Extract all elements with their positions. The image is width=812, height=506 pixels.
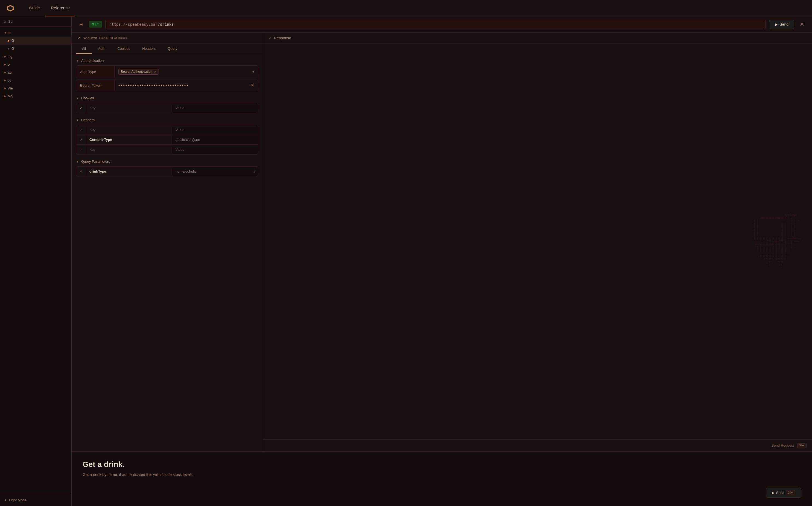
query-table: ✓ drinkType non-alcoholic ℹ xyxy=(76,166,259,176)
sidebar-item-label: G xyxy=(11,38,14,43)
headers-row-1: ✓ Key Value xyxy=(76,125,258,135)
headers-key-3[interactable]: Key xyxy=(86,145,172,154)
docs-send-button[interactable]: ▶ Send ⌘↵ xyxy=(766,488,801,498)
cookies-section-header[interactable]: ▼ Cookies xyxy=(76,96,259,100)
headers-key-1[interactable]: Key xyxy=(86,125,172,135)
sidebar-search-bar[interactable]: ⌕ xyxy=(0,16,71,26)
close-button[interactable]: ✕ xyxy=(798,20,807,29)
auth-type-value[interactable]: Bearer Authentication ✕ ▾ xyxy=(115,66,258,78)
headers-row-3: ✓ Key Value xyxy=(76,145,258,154)
reference-tab[interactable]: Reference xyxy=(45,0,75,16)
query-parameters-section: ▼ Query Parameters ✓ drinkType non-alcoh… xyxy=(76,159,259,176)
section-chevron-down-icon: ▼ xyxy=(76,118,79,122)
sidebar-item-label: au xyxy=(8,70,11,74)
section-chevron-down-icon: ▼ xyxy=(76,59,79,62)
sidebar-item-we[interactable]: ▶ We xyxy=(0,84,71,92)
sidebar-item-co[interactable]: ▶ co xyxy=(0,76,71,84)
sidebar-items: ▼ dr G G ▶ ing ▶ or ▶ au xyxy=(0,26,71,494)
chevron-right-icon: ▶ xyxy=(4,71,6,74)
sidebar-item-dr[interactable]: ▼ dr xyxy=(0,29,71,37)
sidebar-item-or[interactable]: ▶ or xyxy=(0,61,71,68)
dot-icon xyxy=(8,48,9,50)
http-method-label: GET xyxy=(89,21,102,28)
response-panel: ↙ Response ooWWWWWo oWW$$$$$$$$WW$$$FF77… xyxy=(263,32,812,451)
cookies-row-1: ✓ Key Value xyxy=(76,103,258,113)
cookies-row-1-check[interactable]: ✓ xyxy=(76,103,86,113)
search-icon: ⌕ xyxy=(4,19,6,23)
info-icon[interactable]: ℹ xyxy=(253,169,255,173)
headers-section-header[interactable]: ▼ Headers xyxy=(76,118,259,122)
eye-icon[interactable]: 👁 xyxy=(250,83,254,88)
search-input[interactable] xyxy=(8,19,68,23)
guide-tab[interactable]: Guide xyxy=(23,0,45,16)
cookies-section: ▼ Cookies ✓ Key Value xyxy=(76,96,259,113)
light-mode-label: Light Mode xyxy=(9,498,26,502)
tab-all[interactable]: All xyxy=(76,44,92,54)
sidebar: ⌕ ▼ dr G G ▶ ing ▶ or xyxy=(0,16,72,506)
query-row-1-check[interactable]: ✓ xyxy=(76,167,86,176)
sidebar-item-au[interactable]: ▶ au xyxy=(0,68,71,76)
sidebar-item-label: G xyxy=(11,47,14,51)
sidebar-toggle-button[interactable]: ⊟ xyxy=(77,20,86,28)
url-base: https://speakeasy.bar xyxy=(109,22,158,26)
query-value-1[interactable]: non-alcoholic ℹ xyxy=(172,167,258,176)
docs-keyboard-shortcut: ⌘↵ xyxy=(786,490,795,495)
keyboard-shortcut: ⌘↵ xyxy=(797,443,807,448)
sidebar-item-label: or xyxy=(8,62,11,67)
cookies-table: ✓ Key Value xyxy=(76,103,259,113)
sidebar-item-mo[interactable]: ▶ Mo xyxy=(0,92,71,100)
chevron-right-icon: ▶ xyxy=(4,86,6,90)
sidebar-item-g2[interactable]: G xyxy=(0,45,71,53)
cookies-key-1[interactable]: Key xyxy=(86,103,172,113)
auth-badge-remove-icon[interactable]: ✕ xyxy=(154,70,157,74)
response-arrow-icon: ↙ xyxy=(269,36,272,40)
headers-section: ▼ Headers ✓ Key Value xyxy=(76,118,259,155)
headers-row-2: ✓ Content-Type application/json xyxy=(76,135,258,145)
chevron-right-icon: ▶ xyxy=(4,63,6,66)
headers-row-2-check[interactable]: ✓ xyxy=(76,135,86,145)
authentication-section-header[interactable]: ▼ Authentication xyxy=(76,59,259,63)
sidebar-item-ing[interactable]: ▶ ing xyxy=(0,53,71,61)
request-header: ↗ Request Get a list of drinks. xyxy=(72,32,263,44)
dropdown-arrow-icon[interactable]: ▾ xyxy=(252,70,254,74)
url-bar: ⊟ GET https://speakeasy.bar /drinks ▶ Se… xyxy=(72,16,812,32)
send-request-bar: Send Request ⌘↵ xyxy=(263,439,812,451)
tab-auth[interactable]: Auth xyxy=(92,44,111,54)
section-chevron-down-icon: ▼ xyxy=(76,97,79,100)
bearer-token-value[interactable]: •••••••••••••••••••••••••••••• 👁 xyxy=(115,80,258,91)
sidebar-item-label: ing xyxy=(8,55,12,59)
light-mode-toggle[interactable]: ✦ Light Mode xyxy=(0,494,71,506)
auth-badge-text: Bearer Authentication xyxy=(121,70,152,74)
sidebar-item-label: co xyxy=(8,78,11,82)
authentication-section-title: Authentication xyxy=(81,59,104,63)
headers-row-1-check[interactable]: ✓ xyxy=(76,125,86,135)
cookies-value-1[interactable]: Value xyxy=(172,103,258,113)
url-display: https://speakeasy.bar /drinks xyxy=(105,20,766,29)
active-dot xyxy=(8,40,9,41)
headers-value-1[interactable]: Value xyxy=(172,125,258,135)
request-description: Get a list of drinks. xyxy=(99,36,128,40)
sidebar-item-g1[interactable]: G xyxy=(0,37,71,45)
request-title: Request xyxy=(83,36,97,40)
headers-value-2[interactable]: application/json xyxy=(172,135,258,145)
send-button[interactable]: ▶ Send xyxy=(769,20,794,29)
headers-value-3[interactable]: Value xyxy=(172,145,258,154)
play-icon: ▶ xyxy=(772,491,775,495)
token-dots: •••••••••••••••••••••••••••••• xyxy=(118,83,189,88)
docs-send-label: Send xyxy=(776,491,784,495)
auth-type-row: Auth Type Bearer Authentication ✕ ▾ xyxy=(76,65,259,78)
auth-badge: Bearer Authentication ✕ xyxy=(118,69,159,75)
tab-query[interactable]: Query xyxy=(162,44,183,54)
docs-area: Get a drink. Get a drink by name, if aut… xyxy=(72,451,812,506)
headers-key-2[interactable]: Content-Type xyxy=(86,135,172,145)
query-key-1[interactable]: drinkType xyxy=(86,167,172,176)
query-parameters-section-header[interactable]: ▼ Query Parameters xyxy=(76,159,259,164)
headers-row-3-check[interactable]: ✓ xyxy=(76,145,86,154)
tab-cookies[interactable]: Cookies xyxy=(111,44,136,54)
response-title: Response xyxy=(274,36,291,40)
query-row-1: ✓ drinkType non-alcoholic ℹ xyxy=(76,167,258,176)
headers-section-title: Headers xyxy=(81,118,95,122)
cookies-section-title: Cookies xyxy=(81,96,94,100)
tab-headers[interactable]: Headers xyxy=(136,44,162,54)
auth-type-label: Auth Type xyxy=(76,66,115,78)
